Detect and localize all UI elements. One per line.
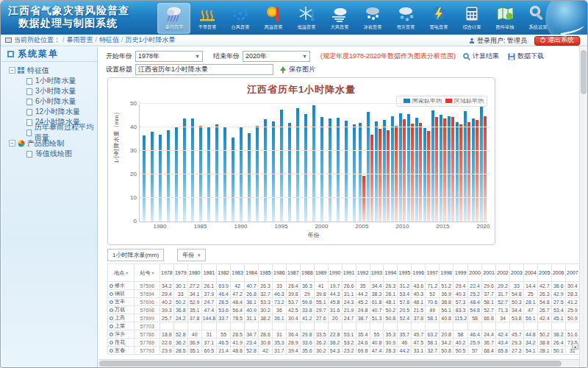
table-row-宜丰[interactable]: 宜丰5769640.250.252.924.728.548.438.153.37…	[108, 298, 580, 306]
toolbar-item-大风普查[interactable]: 大风普查	[323, 3, 356, 34]
bar-国家站平均-2016[interactable]	[448, 116, 451, 222]
tree-node-特征值[interactable]: −特征值	[9, 65, 97, 76]
horizontal-scrollbar[interactable]	[98, 359, 580, 367]
bar-区域站平均-2018[interactable]	[467, 122, 470, 222]
breadcrumb-item[interactable]: 暴雨普查	[67, 36, 93, 43]
year-filter-dropdown[interactable]: 年份 ▾	[177, 249, 206, 261]
start-year-select[interactable]: 1978年▼	[135, 51, 203, 62]
bar-国家站平均-2020[interactable]	[480, 107, 483, 222]
toolbar-item-图件审核[interactable]: 图件审核	[488, 3, 521, 34]
bar-区域站平均-2013[interactable]	[427, 131, 430, 222]
bar-国家站平均-2015[interactable]	[440, 115, 442, 222]
column-header-name[interactable]: 地点 ▾	[108, 264, 135, 282]
bar-国家站平均-2011[interactable]	[407, 114, 410, 222]
filter-arrow-icon[interactable]: ▾	[152, 271, 154, 275]
bar-国家站平均-2002[interactable]	[337, 118, 340, 222]
tree-leaf-等值线绘图[interactable]: 等值线绘图	[9, 149, 97, 159]
bar-国家站平均-2009[interactable]	[391, 116, 394, 222]
toolbar-item-高温普查[interactable]: 高温普查	[257, 3, 290, 34]
bar-国家站平均-1978[interactable]	[143, 135, 146, 222]
bar-国家站平均-2013[interactable]	[423, 128, 426, 222]
bar-国家站平均-2007[interactable]	[375, 121, 378, 222]
toolbar-item-低温普查[interactable]: 低温普查	[290, 3, 323, 34]
data-download-button[interactable]: 数据下载	[508, 52, 544, 61]
bar-国家站平均-1979[interactable]	[151, 132, 154, 222]
toolbar-item-综合计算[interactable]: 综合计算	[455, 3, 488, 34]
bar-国家站平均-1980[interactable]	[159, 135, 162, 222]
bar-国家站平均-1993[interactable]	[264, 119, 267, 222]
table-row-上栗[interactable]: 上栗57703	[108, 322, 580, 330]
bar-国家站平均-2008[interactable]	[383, 120, 386, 222]
bar-区域站平均-2019[interactable]	[476, 120, 478, 222]
toolbar-item-冰雹普查[interactable]: 冰雹普查	[356, 3, 389, 34]
bar-区域站平均-2015[interactable]	[443, 118, 446, 222]
bar-国家站平均-1999[interactable]	[312, 105, 315, 222]
bar-国家站平均-1983[interactable]	[183, 118, 186, 222]
toolbar-item-台风普查[interactable]: 台风普查	[223, 3, 257, 34]
bar-区域站平均-2012[interactable]	[419, 123, 422, 222]
save-image-button[interactable]: 保存图片	[279, 65, 315, 74]
tree-leaf-3小时降水量[interactable]: 3小时降水量	[9, 86, 97, 96]
bar-国家站平均-1987[interactable]	[215, 124, 218, 222]
bar-国家站平均-2001[interactable]	[329, 118, 331, 222]
bar-国家站平均-2019[interactable]	[472, 118, 475, 222]
table-row-宜春[interactable]: 宜春5779323.928.535.160.521.448.852.84231.…	[108, 347, 580, 355]
breadcrumb-item[interactable]: 特征值	[99, 36, 119, 43]
bar-国家站平均-2003[interactable]	[345, 121, 348, 222]
bar-国家站平均-1997[interactable]	[296, 108, 299, 222]
bar-国家站平均-1988[interactable]	[223, 127, 226, 222]
toolbar-item-干旱普查[interactable]: 干旱普查	[190, 3, 223, 34]
logout-button[interactable]: 退出系统	[534, 36, 580, 46]
bar-国家站平均-1996[interactable]	[288, 123, 291, 222]
table-row-萍乡[interactable]: 萍乡5778618.852.840315528.534.728.63136.42…	[108, 330, 580, 339]
tree-leaf-6小时降水量[interactable]: 6小时降水量	[9, 96, 97, 107]
bar-国家站平均-2012[interactable]	[415, 118, 418, 222]
end-year-select[interactable]: 2020年▼	[243, 51, 310, 62]
bar-国家站平均-2004[interactable]	[353, 124, 356, 222]
tree-leaf-1小时降水量[interactable]: 1小时降水量	[9, 76, 97, 86]
table-row-莲花[interactable]: 莲花5778822.636.236.937.146.541.923.430.83…	[108, 339, 580, 347]
filter-arrow-icon[interactable]: ▾	[126, 271, 128, 275]
table-row-上高[interactable]: 上高5769925.724.237.8144.833.778.531.138.2…	[108, 314, 580, 322]
bar-区域站平均-2020[interactable]	[484, 116, 487, 222]
table-row-铜鼓[interactable]: 铜鼓5769429.43334.137.946.447.226.832.746.…	[108, 290, 580, 298]
toolbar-item-雷电普查[interactable]: 雷电普查	[422, 3, 455, 34]
bar-国家站平均-1991[interactable]	[248, 133, 251, 222]
bar-区域站平均-2010[interactable]	[403, 119, 406, 222]
bar-国家站平均-1982[interactable]	[175, 127, 178, 222]
bar-国家站平均-1981[interactable]	[167, 130, 170, 222]
bar-国家站平均-2018[interactable]	[464, 111, 467, 222]
horizontal-scrollbar-thumb[interactable]	[99, 361, 562, 367]
chart-title-input[interactable]: 江西省历年1小时降水量	[135, 64, 273, 75]
toolbar-item-系统设置[interactable]: 系统设置	[521, 3, 554, 34]
bar-国家站平均-2006[interactable]	[367, 112, 370, 222]
table-scroll-up-button[interactable]: ▴	[572, 343, 578, 350]
tree-leaf-历年暴雨过程平均雨量[interactable]: 历年暴雨过程平均雨量	[9, 127, 97, 138]
bar-区域站平均-2008[interactable]	[387, 130, 390, 222]
bar-国家站平均-1994[interactable]	[272, 121, 275, 222]
column-header-station[interactable]: 站号 ▾	[135, 264, 159, 282]
bar-国家站平均-1984[interactable]	[191, 118, 194, 222]
bar-区域站平均-2014[interactable]	[435, 117, 438, 222]
bar-国家站平均-2017[interactable]	[456, 122, 459, 222]
table-row-修水[interactable]: 修水5759834.230.127.226.163.94240.726.3332…	[108, 282, 580, 290]
bar-区域站平均-2006[interactable]	[370, 135, 373, 222]
tree-leaf-12小时降水量[interactable]: 12小时降水量	[9, 107, 97, 117]
bar-国家站平均-2000[interactable]	[320, 117, 323, 222]
toolbar-item-暴雨普查[interactable]: 暴雨普查	[157, 3, 190, 34]
bar-国家站平均-1990[interactable]	[240, 127, 243, 222]
bar-区域站平均-2011[interactable]	[411, 124, 414, 222]
bar-国家站平均-2010[interactable]	[399, 113, 402, 222]
toolbar-item-雪灾普查[interactable]: ✱✱✱雪灾普查	[389, 3, 422, 34]
bar-国家站平均-2005[interactable]	[359, 123, 362, 222]
bar-区域站平均-2016[interactable]	[451, 117, 454, 222]
bar-区域站平均-2005[interactable]	[362, 176, 365, 222]
bar-国家站平均-1998[interactable]	[304, 114, 307, 222]
vertical-scrollbar[interactable]	[579, 47, 587, 367]
calc-result-button[interactable]: 计算结果	[463, 52, 499, 61]
unit-dropdown[interactable]: 1小时降水量(mm)	[107, 249, 164, 261]
breadcrumb-item[interactable]: 历史1小时降水量	[126, 36, 176, 43]
bar-区域站平均-2007[interactable]	[379, 129, 381, 222]
table-row-万载[interactable]: 万载5769839.336.835.147.453.656.440.930.23…	[108, 306, 580, 314]
collapse-icon[interactable]: −	[9, 67, 15, 74]
